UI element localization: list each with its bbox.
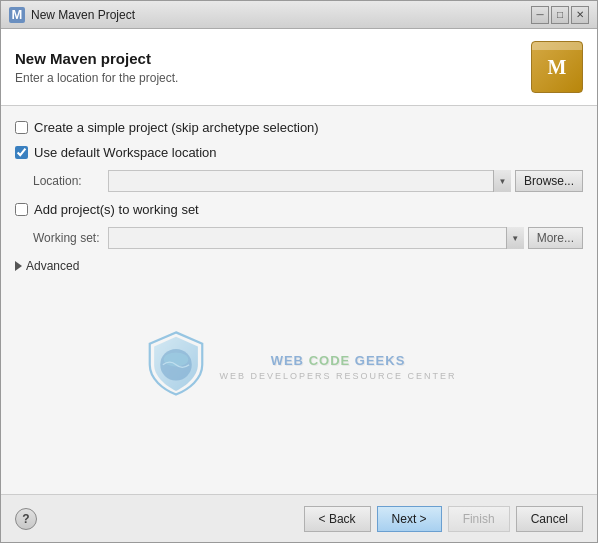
simple-project-row: Create a simple project (skip archetype … (15, 120, 583, 135)
wcg-sub-text: WEB DEVELOPERS RESOURCE CENTER (219, 371, 456, 381)
more-button[interactable]: More... (528, 227, 583, 249)
wcg-main-text: WEB CODE GEEKS (219, 345, 456, 371)
footer-left: ? (15, 508, 37, 530)
simple-project-checkbox[interactable] (15, 121, 28, 134)
cancel-button[interactable]: Cancel (516, 506, 583, 532)
wcg-code-text: CODE (309, 353, 355, 368)
header-section: New Maven project Enter a location for t… (1, 29, 597, 106)
working-set-checkbox[interactable] (15, 203, 28, 216)
window-title: New Maven Project (31, 8, 135, 22)
next-button[interactable]: Next > (377, 506, 442, 532)
default-workspace-checkbox[interactable] (15, 146, 28, 159)
title-bar: M New Maven Project ─ □ ✕ (1, 1, 597, 29)
title-bar-controls: ─ □ ✕ (531, 6, 589, 24)
finish-button: Finish (448, 506, 510, 532)
header-text: New Maven project Enter a location for t… (15, 50, 531, 85)
content-area: New Maven project Enter a location for t… (1, 29, 597, 542)
main-window: M New Maven Project ─ □ ✕ New Maven proj… (0, 0, 598, 543)
wcg-text-area: WEB CODE GEEKS WEB DEVELOPERS RESOURCE C… (219, 345, 456, 381)
default-workspace-label[interactable]: Use default Workspace location (15, 145, 217, 160)
footer-right: < Back Next > Finish Cancel (304, 506, 583, 532)
default-workspace-row: Use default Workspace location (15, 145, 583, 160)
location-combo-wrapper: ▼ (108, 170, 511, 192)
maven-logo: M (531, 41, 583, 93)
maximize-button[interactable]: □ (551, 6, 569, 24)
close-button[interactable]: ✕ (571, 6, 589, 24)
minimize-button[interactable]: ─ (531, 6, 549, 24)
wcg-logo: WEB CODE GEEKS WEB DEVELOPERS RESOURCE C… (141, 328, 456, 398)
advanced-triangle-icon (15, 261, 22, 271)
browse-button[interactable]: Browse... (515, 170, 583, 192)
working-set-label[interactable]: Add project(s) to working set (15, 202, 199, 217)
wcg-web-text: WEB (271, 353, 309, 368)
simple-project-label[interactable]: Create a simple project (skip archetype … (15, 120, 319, 135)
working-set-field-row: Working set: ▼ More... (15, 227, 583, 249)
watermark-area: WEB CODE GEEKS WEB DEVELOPERS RESOURCE C… (15, 273, 583, 453)
advanced-label: Advanced (26, 259, 79, 273)
back-button[interactable]: < Back (304, 506, 371, 532)
header-subtitle: Enter a location for the project. (15, 71, 531, 85)
location-label: Location: (33, 174, 108, 188)
header-title: New Maven project (15, 50, 531, 67)
wcg-shield-icon (141, 328, 211, 398)
watermark: WEB CODE GEEKS WEB DEVELOPERS RESOURCE C… (141, 328, 456, 398)
footer: ? < Back Next > Finish Cancel (1, 494, 597, 542)
location-row: Location: ▼ Browse... (15, 170, 583, 192)
wcg-geeks-text: GEEKS (355, 353, 406, 368)
location-select[interactable] (108, 170, 511, 192)
advanced-row[interactable]: Advanced (15, 259, 583, 273)
working-set-select[interactable] (108, 227, 524, 249)
header-icon: M (531, 41, 583, 93)
working-set-row: Add project(s) to working set (15, 202, 583, 217)
working-set-combo-wrapper: ▼ (108, 227, 524, 249)
window-icon: M (9, 7, 25, 23)
working-set-field-label: Working set: (33, 231, 108, 245)
form-area: Create a simple project (skip archetype … (1, 106, 597, 494)
help-button[interactable]: ? (15, 508, 37, 530)
title-bar-left: M New Maven Project (9, 7, 135, 23)
